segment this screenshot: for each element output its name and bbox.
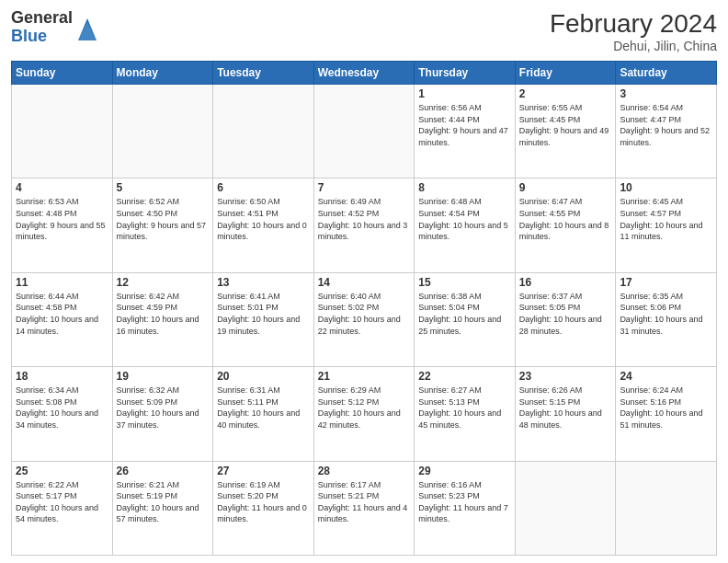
calendar-cell: 29Sunrise: 6:16 AM Sunset: 5:23 PM Dayli… bbox=[415, 461, 516, 555]
calendar-row-1: 4Sunrise: 6:53 AM Sunset: 4:48 PM Daylig… bbox=[12, 178, 717, 272]
calendar-cell bbox=[313, 85, 415, 178]
day-info: Sunrise: 6:54 AM Sunset: 4:47 PM Dayligh… bbox=[620, 102, 712, 148]
day-number: 6 bbox=[217, 181, 310, 194]
day-info: Sunrise: 6:50 AM Sunset: 4:51 PM Dayligh… bbox=[217, 196, 310, 242]
day-info: Sunrise: 6:31 AM Sunset: 5:11 PM Dayligh… bbox=[217, 385, 310, 431]
calendar-cell: 24Sunrise: 6:24 AM Sunset: 5:16 PM Dayli… bbox=[616, 367, 717, 461]
day-info: Sunrise: 6:38 AM Sunset: 5:04 PM Dayligh… bbox=[418, 291, 511, 337]
day-number: 9 bbox=[519, 181, 612, 194]
day-info: Sunrise: 6:52 AM Sunset: 4:50 PM Dayligh… bbox=[117, 196, 210, 242]
day-number: 15 bbox=[418, 276, 511, 289]
day-info: Sunrise: 6:21 AM Sunset: 5:19 PM Dayligh… bbox=[117, 479, 210, 525]
calendar-cell bbox=[515, 461, 616, 555]
day-info: Sunrise: 6:40 AM Sunset: 5:02 PM Dayligh… bbox=[318, 291, 411, 337]
day-info: Sunrise: 6:24 AM Sunset: 5:16 PM Dayligh… bbox=[620, 385, 712, 431]
logo: General Blue bbox=[11, 9, 98, 46]
location: Dehui, Jilin, China bbox=[550, 39, 717, 53]
day-info: Sunrise: 6:27 AM Sunset: 5:13 PM Dayligh… bbox=[418, 385, 511, 431]
logo-icon bbox=[76, 15, 98, 40]
calendar-cell: 5Sunrise: 6:52 AM Sunset: 4:50 PM Daylig… bbox=[112, 178, 213, 272]
day-number: 7 bbox=[318, 181, 411, 194]
day-number: 14 bbox=[318, 276, 411, 289]
day-info: Sunrise: 6:45 AM Sunset: 4:57 PM Dayligh… bbox=[620, 196, 712, 242]
day-number: 28 bbox=[318, 465, 411, 477]
calendar-cell: 14Sunrise: 6:40 AM Sunset: 5:02 PM Dayli… bbox=[313, 272, 415, 366]
weekday-header-thursday: Thursday bbox=[415, 62, 516, 85]
day-number: 19 bbox=[117, 370, 210, 383]
calendar-cell: 21Sunrise: 6:29 AM Sunset: 5:12 PM Dayli… bbox=[313, 367, 415, 461]
day-info: Sunrise: 6:29 AM Sunset: 5:12 PM Dayligh… bbox=[318, 385, 411, 431]
calendar-cell: 27Sunrise: 6:19 AM Sunset: 5:20 PM Dayli… bbox=[213, 461, 314, 555]
calendar-cell bbox=[213, 85, 314, 178]
day-info: Sunrise: 6:35 AM Sunset: 5:06 PM Dayligh… bbox=[620, 291, 712, 337]
day-info: Sunrise: 6:55 AM Sunset: 4:45 PM Dayligh… bbox=[519, 102, 612, 148]
calendar-cell bbox=[12, 85, 113, 178]
calendar-row-0: 1Sunrise: 6:56 AM Sunset: 4:44 PM Daylig… bbox=[12, 85, 717, 178]
day-number: 26 bbox=[117, 465, 210, 477]
day-info: Sunrise: 6:19 AM Sunset: 5:20 PM Dayligh… bbox=[217, 479, 310, 525]
calendar-cell: 22Sunrise: 6:27 AM Sunset: 5:13 PM Dayli… bbox=[415, 367, 516, 461]
calendar-cell: 1Sunrise: 6:56 AM Sunset: 4:44 PM Daylig… bbox=[415, 85, 516, 178]
weekday-header-friday: Friday bbox=[515, 62, 616, 85]
day-number: 3 bbox=[620, 87, 712, 100]
day-info: Sunrise: 6:49 AM Sunset: 4:52 PM Dayligh… bbox=[318, 196, 411, 242]
calendar-cell: 18Sunrise: 6:34 AM Sunset: 5:08 PM Dayli… bbox=[12, 367, 113, 461]
calendar-cell: 11Sunrise: 6:44 AM Sunset: 4:58 PM Dayli… bbox=[12, 272, 113, 366]
calendar-cell bbox=[112, 85, 213, 178]
day-number: 18 bbox=[16, 370, 108, 383]
weekday-header-saturday: Saturday bbox=[616, 62, 717, 85]
calendar-cell: 13Sunrise: 6:41 AM Sunset: 5:01 PM Dayli… bbox=[213, 272, 314, 366]
calendar-cell: 16Sunrise: 6:37 AM Sunset: 5:05 PM Dayli… bbox=[515, 272, 616, 366]
weekday-header-monday: Monday bbox=[112, 62, 213, 85]
day-number: 13 bbox=[217, 276, 310, 289]
logo-blue-text: Blue bbox=[11, 27, 47, 45]
day-number: 8 bbox=[418, 181, 511, 194]
weekday-header-sunday: Sunday bbox=[12, 62, 113, 85]
day-info: Sunrise: 6:42 AM Sunset: 4:59 PM Dayligh… bbox=[117, 291, 210, 337]
day-info: Sunrise: 6:26 AM Sunset: 5:15 PM Dayligh… bbox=[519, 385, 612, 431]
calendar-cell: 2Sunrise: 6:55 AM Sunset: 4:45 PM Daylig… bbox=[515, 85, 616, 178]
day-number: 4 bbox=[16, 181, 108, 194]
calendar-cell: 28Sunrise: 6:17 AM Sunset: 5:21 PM Dayli… bbox=[313, 461, 415, 555]
day-info: Sunrise: 6:17 AM Sunset: 5:21 PM Dayligh… bbox=[318, 479, 411, 525]
day-info: Sunrise: 6:47 AM Sunset: 4:55 PM Dayligh… bbox=[519, 196, 612, 242]
calendar-cell: 23Sunrise: 6:26 AM Sunset: 5:15 PM Dayli… bbox=[515, 367, 616, 461]
title-block: February 2024 Dehui, Jilin, China bbox=[550, 9, 717, 53]
calendar-cell: 3Sunrise: 6:54 AM Sunset: 4:47 PM Daylig… bbox=[616, 85, 717, 178]
calendar-cell: 25Sunrise: 6:22 AM Sunset: 5:17 PM Dayli… bbox=[12, 461, 113, 555]
calendar-cell bbox=[616, 461, 717, 555]
calendar-cell: 26Sunrise: 6:21 AM Sunset: 5:19 PM Dayli… bbox=[112, 461, 213, 555]
day-number: 2 bbox=[519, 87, 612, 100]
calendar-cell: 12Sunrise: 6:42 AM Sunset: 4:59 PM Dayli… bbox=[112, 272, 213, 366]
header: General Blue February 2024 Dehui, Jilin,… bbox=[11, 9, 717, 53]
day-number: 10 bbox=[620, 181, 712, 194]
day-number: 1 bbox=[418, 87, 511, 100]
day-info: Sunrise: 6:53 AM Sunset: 4:48 PM Dayligh… bbox=[16, 196, 108, 242]
calendar-cell: 20Sunrise: 6:31 AM Sunset: 5:11 PM Dayli… bbox=[213, 367, 314, 461]
weekday-header-wednesday: Wednesday bbox=[313, 62, 415, 85]
calendar-row-2: 11Sunrise: 6:44 AM Sunset: 4:58 PM Dayli… bbox=[12, 272, 717, 366]
calendar-cell: 7Sunrise: 6:49 AM Sunset: 4:52 PM Daylig… bbox=[313, 178, 415, 272]
calendar-table: SundayMondayTuesdayWednesdayThursdayFrid… bbox=[11, 61, 717, 556]
day-number: 12 bbox=[117, 276, 210, 289]
day-number: 24 bbox=[620, 370, 712, 383]
logo-general-text: General bbox=[11, 8, 73, 27]
day-info: Sunrise: 6:37 AM Sunset: 5:05 PM Dayligh… bbox=[519, 291, 612, 337]
day-number: 21 bbox=[318, 370, 411, 383]
day-number: 5 bbox=[117, 181, 210, 194]
calendar-row-4: 25Sunrise: 6:22 AM Sunset: 5:17 PM Dayli… bbox=[12, 461, 717, 555]
day-number: 25 bbox=[16, 465, 108, 477]
calendar-cell: 19Sunrise: 6:32 AM Sunset: 5:09 PM Dayli… bbox=[112, 367, 213, 461]
day-info: Sunrise: 6:44 AM Sunset: 4:58 PM Dayligh… bbox=[16, 291, 108, 337]
day-number: 17 bbox=[620, 276, 712, 289]
weekday-header-row: SundayMondayTuesdayWednesdayThursdayFrid… bbox=[12, 62, 717, 85]
day-info: Sunrise: 6:56 AM Sunset: 4:44 PM Dayligh… bbox=[418, 102, 511, 148]
day-info: Sunrise: 6:22 AM Sunset: 5:17 PM Dayligh… bbox=[16, 479, 108, 525]
calendar-cell: 15Sunrise: 6:38 AM Sunset: 5:04 PM Dayli… bbox=[415, 272, 516, 366]
calendar-row-3: 18Sunrise: 6:34 AM Sunset: 5:08 PM Dayli… bbox=[12, 367, 717, 461]
day-info: Sunrise: 6:34 AM Sunset: 5:08 PM Dayligh… bbox=[16, 385, 108, 431]
calendar-cell: 10Sunrise: 6:45 AM Sunset: 4:57 PM Dayli… bbox=[616, 178, 717, 272]
day-number: 20 bbox=[217, 370, 310, 383]
weekday-header-tuesday: Tuesday bbox=[213, 62, 314, 85]
calendar-cell: 9Sunrise: 6:47 AM Sunset: 4:55 PM Daylig… bbox=[515, 178, 616, 272]
